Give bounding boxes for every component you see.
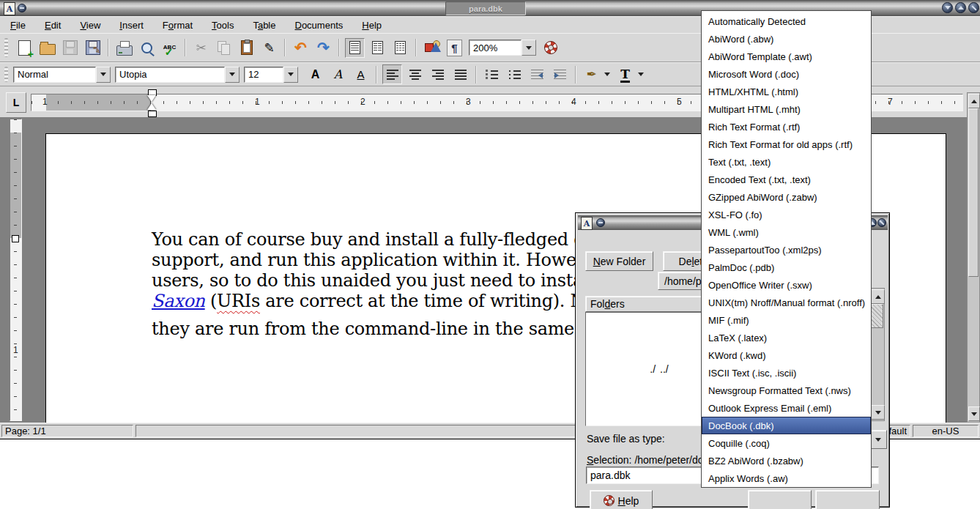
file-format-option[interactable]: WML (.wml) [702, 223, 871, 241]
menu-item[interactable]: Insert [119, 20, 144, 31]
vruler-margin-marker[interactable] [12, 235, 19, 242]
font-color-arrow[interactable] [636, 67, 645, 82]
file-format-option[interactable]: Rich Text Format (.rtf) [702, 118, 871, 135]
copy-button[interactable] [214, 38, 234, 58]
menu-item[interactable]: Format [163, 20, 193, 31]
file-format-option[interactable]: Outlook Express Email (.eml) [702, 399, 871, 417]
paste-button[interactable] [237, 38, 256, 58]
align-justify-button[interactable] [450, 64, 470, 84]
file-format-option[interactable]: Microsoft Word (.doc) [702, 65, 871, 83]
dialog-close-button[interactable] [877, 218, 886, 227]
view-normal-button[interactable] [345, 38, 365, 58]
style-combo-arrow[interactable] [96, 67, 111, 83]
bold-button[interactable]: A [305, 64, 325, 84]
highlight-color-arrow[interactable] [603, 67, 612, 82]
new-folder-button[interactable]: New Folder [585, 251, 653, 271]
open-button[interactable] [37, 38, 57, 58]
dialog-help-button[interactable]: Help [590, 490, 653, 509]
file-format-option[interactable]: GZipped AbiWord (.zabw) [702, 188, 871, 206]
indent-markers[interactable] [147, 89, 157, 117]
file-format-option[interactable]: AbiWord (.abw) [702, 30, 871, 48]
underline-button[interactable]: A [351, 64, 371, 84]
scroll-thumb[interactable] [968, 108, 979, 277]
folder-item[interactable]: ./ [645, 361, 656, 377]
view-three-column-button[interactable] [390, 38, 410, 58]
font-size-value[interactable]: 12 [244, 67, 283, 83]
save-type-combo-arrow[interactable] [869, 430, 887, 449]
menu-item[interactable]: File [10, 20, 26, 31]
scroll-up-button[interactable] [968, 94, 980, 108]
file-format-option[interactable]: Newsgroup Formatted Text (.nws) [702, 382, 871, 399]
zoom-combo-arrow[interactable] [521, 40, 536, 56]
file-format-option[interactable]: PassepartoutToo (.xml2ps) [702, 241, 871, 259]
save-button[interactable] [60, 38, 80, 58]
language-indicator[interactable]: en-US [913, 425, 979, 437]
file-format-option[interactable]: XSL-FO (.fo) [702, 206, 871, 223]
increase-indent-button[interactable] [550, 64, 570, 84]
file-format-option[interactable]: Encoded Text (.txt, .text) [702, 171, 871, 188]
font-combo[interactable]: Utopia [115, 67, 240, 83]
zoom-value[interactable]: 200% [469, 40, 521, 56]
file-format-option[interactable]: AbiWord Template (.awt) [702, 48, 871, 65]
stylus-button[interactable]: ✎ [259, 38, 279, 58]
font-size-combo[interactable]: 12 [244, 67, 298, 83]
toolbar-grip[interactable] [4, 38, 8, 58]
new-document-button[interactable]: + [15, 38, 34, 58]
files-scroll-down-button[interactable] [871, 405, 885, 420]
font-value[interactable]: Utopia [115, 67, 225, 83]
window-menu-button[interactable] [18, 4, 26, 12]
font-color-button[interactable]: T [615, 64, 635, 84]
print-preview-button[interactable] [137, 38, 157, 58]
toolbar-grip[interactable] [4, 67, 8, 83]
file-format-option[interactable]: ISCII Text (.isc, .iscii) [702, 364, 871, 382]
style-value[interactable]: Normal [13, 67, 96, 83]
spellcheck-button[interactable]: ABC✓ [160, 38, 179, 58]
files-scroll-thumb[interactable] [871, 304, 883, 328]
zoom-whole-page-button[interactable] [422, 38, 442, 58]
undo-button[interactable]: ↶ [291, 38, 311, 58]
scroll-down-button[interactable] [968, 406, 980, 421]
tab-stop-selector-button[interactable]: L [6, 92, 26, 113]
save-as-button[interactable]: ✎ [83, 38, 103, 58]
file-format-option[interactable]: LaTeX (.latex) [702, 329, 871, 346]
maximize-button[interactable] [955, 2, 966, 13]
cancel-button[interactable] [815, 490, 880, 509]
redo-button[interactable]: ↷ [313, 38, 333, 58]
file-format-option[interactable]: Coquille (.coq) [702, 434, 871, 452]
print-button[interactable] [114, 38, 134, 58]
menu-item[interactable]: Table [253, 20, 275, 31]
file-format-option[interactable]: KWord (.kwd) [702, 346, 871, 364]
titlebar-document-tab[interactable]: para.dbk [445, 1, 526, 15]
menu-item[interactable]: View [80, 20, 100, 31]
file-format-option[interactable]: PalmDoc (.pdb) [702, 259, 871, 276]
file-format-option[interactable]: Automatically Detected [702, 12, 871, 30]
dialog-window-menu-button[interactable] [596, 218, 605, 227]
file-format-option[interactable]: OpenOffice Writer (.sxw) [702, 276, 871, 294]
help-button[interactable] [541, 38, 560, 58]
file-format-option[interactable]: Text (.txt, .text) [702, 153, 871, 171]
file-format-option[interactable]: BZ2 AbiWord (.bzabw) [702, 452, 871, 469]
font-combo-arrow[interactable] [225, 67, 240, 83]
file-format-option[interactable]: UNIX(tm) Nroff/Manual format (.nroff) [702, 294, 871, 311]
font-size-combo-arrow[interactable] [283, 67, 298, 83]
align-center-button[interactable] [405, 64, 425, 84]
file-format-option[interactable]: MIF (.mif) [702, 311, 871, 329]
close-button[interactable] [968, 2, 979, 13]
menu-item[interactable]: Tools [212, 20, 234, 31]
file-format-option[interactable]: DocBook (.dbk) [702, 417, 871, 434]
bullet-list-button[interactable] [505, 64, 524, 84]
highlight-color-button[interactable]: ✒ [582, 64, 601, 84]
italic-button[interactable]: A [328, 64, 348, 84]
menu-item[interactable]: Edit [45, 20, 61, 31]
cut-button[interactable]: ✂ [191, 38, 211, 58]
view-two-column-button[interactable] [368, 38, 387, 58]
numbered-list-button[interactable] [482, 64, 502, 84]
file-format-option[interactable]: Applix Words (.aw) [702, 469, 871, 487]
menu-item[interactable]: Documents [295, 20, 344, 31]
style-combo[interactable]: Normal [13, 67, 111, 83]
main-vertical-scrollbar[interactable] [967, 92, 980, 423]
show-formatting-marks-button[interactable]: ¶ [445, 38, 464, 58]
file-format-option[interactable]: HTML/XHTML (.html) [702, 83, 871, 100]
align-left-button[interactable] [382, 64, 402, 84]
align-right-button[interactable] [428, 64, 448, 84]
